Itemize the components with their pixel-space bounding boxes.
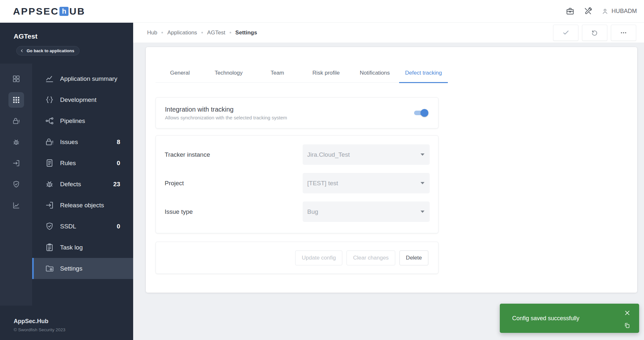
toast-message: Config saved successfully [512, 315, 579, 322]
pipelines-icon [45, 116, 54, 126]
integration-panel: Integration with tracking Allows synchro… [156, 97, 438, 128]
form-row: Issue type Bug [165, 201, 429, 222]
release-icon [12, 159, 20, 167]
sidebar-item-label: SSDL [60, 223, 76, 230]
integration-text: Integration with tracking Allows synchro… [165, 106, 287, 120]
sidebar-footer: AppSec.Hub © Swordfish Security 2023 [0, 306, 133, 340]
settings-tabs: General Technology Team Risk profile Not… [156, 66, 448, 83]
applications-grid-icon [12, 96, 20, 104]
app-logo[interactable]: APPSEC h UB [13, 6, 85, 17]
folder-gear-icon [45, 264, 54, 273]
confirm-button[interactable] [553, 25, 578, 41]
sidebar-item-ssdl[interactable]: SSDL 0 [32, 216, 133, 237]
tab-technology[interactable]: Technology [204, 66, 253, 83]
sidebar-item-defects[interactable]: Defects 23 [32, 174, 133, 195]
sidebar-item-label: Development [60, 96, 96, 103]
sidebar-item-development[interactable]: Development [32, 89, 133, 110]
application-name: AGTest [14, 32, 37, 40]
integration-title: Integration with tracking [165, 106, 287, 113]
tracker-instance-value: Jira.Cloud_Test [307, 151, 350, 158]
document-icon [45, 158, 54, 168]
issue-type-value: Bug [307, 208, 318, 215]
sidebar-item-label: Task log [60, 244, 83, 251]
sidebar-item-settings[interactable]: Settings [32, 258, 133, 279]
chevron-down-icon [421, 211, 424, 213]
chevron-left-icon [20, 49, 24, 53]
sidebar-item-label: Rules [60, 160, 76, 167]
more-actions-button[interactable] [611, 25, 636, 41]
project-value: [TEST] test [307, 180, 338, 187]
app-root: APPSEC h UB HUBADM AGTest Go back to app… [0, 0, 644, 340]
chevron-down-icon [421, 153, 424, 156]
release-icon [45, 200, 54, 210]
development-icon [45, 95, 54, 104]
bug-icon [12, 138, 20, 146]
sidebar-body: Application summary Development Pipeline… [0, 64, 133, 306]
rail-item-dashboard[interactable] [0, 68, 32, 89]
tab-risk-profile[interactable]: Risk profile [302, 66, 350, 83]
toast-copy-button[interactable] [624, 322, 630, 329]
logo-h-box: h [59, 7, 69, 16]
rail-item-issues[interactable] [0, 110, 32, 131]
integration-subtitle: Allows synchronization with the selected… [165, 115, 287, 120]
clipboard-icon [45, 243, 54, 252]
chart-icon [12, 201, 20, 210]
breadcrumb-separator [201, 32, 203, 33]
sidebar-item-label: Release objects [60, 202, 104, 209]
delete-button[interactable]: Delete [399, 250, 428, 265]
toast-close-button[interactable] [624, 310, 631, 316]
tab-team[interactable]: Team [253, 66, 302, 83]
user-icon [601, 8, 609, 15]
sidebar-item-rules[interactable]: Rules 0 [32, 152, 133, 174]
check-icon [562, 29, 570, 36]
breadcrumb-bar: Hub Applications AGTest Settings [133, 23, 644, 42]
bug-icon [45, 179, 54, 189]
sidebar-nav: Application summary Development Pipeline… [32, 64, 133, 306]
project-select[interactable]: [TEST] test [303, 173, 430, 193]
rail-item-defects[interactable] [0, 131, 32, 152]
sidebar-item-pipelines[interactable]: Pipelines [32, 110, 133, 131]
integration-toggle[interactable] [413, 109, 428, 117]
toast-notification: Config saved successfully [500, 304, 639, 333]
sidebar-item-task-log[interactable]: Task log [32, 237, 133, 258]
sidebar-item-badge: 0 [117, 160, 120, 167]
rail-item-reports[interactable] [0, 195, 32, 216]
sidebar-item-badge: 0 [117, 223, 120, 230]
breadcrumb-settings: Settings [235, 30, 257, 36]
tab-notifications[interactable]: Notifications [350, 66, 399, 83]
back-to-applications-button[interactable]: Go back to applications [16, 46, 80, 55]
breadcrumb-applications[interactable]: Applications [167, 30, 197, 36]
tab-general[interactable]: General [156, 66, 204, 83]
rail-item-release[interactable] [0, 152, 32, 174]
rail-item-applications[interactable] [0, 89, 32, 110]
sidebar-item-badge: 8 [117, 139, 120, 146]
update-config-button[interactable]: Update config [295, 250, 342, 265]
sidebar-item-label: Application summary [60, 75, 117, 82]
topbar: APPSEC h UB HUBADM [0, 0, 644, 23]
briefcase-button[interactable] [566, 7, 575, 16]
breadcrumb-hub[interactable]: Hub [147, 30, 157, 36]
sidebar-item-issues[interactable]: Issues 8 [32, 131, 133, 152]
clear-changes-button[interactable]: Clear changes [347, 250, 395, 265]
shield-check-icon [45, 222, 54, 231]
logo-text-left: APPSEC [13, 6, 59, 17]
issue-type-select[interactable]: Bug [303, 201, 430, 222]
ellipsis-icon [620, 29, 627, 37]
tab-defect-tracking[interactable]: Defect tracking [399, 66, 448, 83]
sidebar-item-label: Settings [60, 265, 82, 272]
sidebar-item-application-summary[interactable]: Application summary [32, 68, 133, 89]
sidebar-item-release-objects[interactable]: Release objects [32, 195, 133, 216]
tools-button[interactable] [584, 7, 592, 16]
form-row: Tracker instance Jira.Cloud_Test [165, 144, 429, 165]
user-menu[interactable]: HUBADM [601, 8, 637, 15]
sidebar-header: AGTest Go back to applications [0, 23, 133, 64]
lock-alert-icon [45, 137, 54, 147]
sidebar-item-badge: 23 [113, 181, 120, 188]
sidebar-item-label: Issues [60, 139, 78, 146]
rail-item-ssdl[interactable] [0, 174, 32, 195]
sidebar-item-label: Pipelines [60, 117, 85, 125]
revert-button[interactable] [582, 25, 607, 41]
tracker-instance-select[interactable]: Jira.Cloud_Test [303, 144, 430, 165]
breadcrumb-agtest[interactable]: AGTest [207, 30, 225, 36]
logo-text-right: UB [69, 6, 85, 17]
